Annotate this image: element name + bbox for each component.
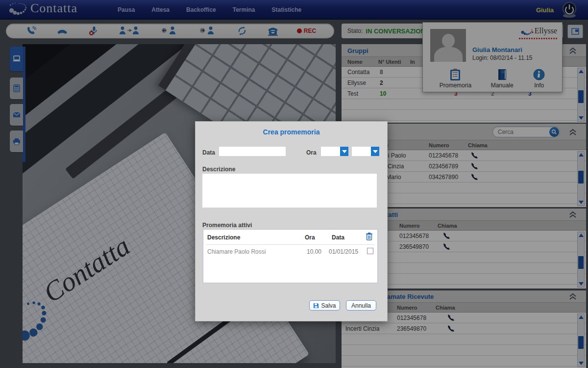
ora-hour-select[interactable] bbox=[321, 147, 348, 156]
delete-selected-button[interactable] bbox=[366, 232, 373, 242]
ora-minute-select[interactable] bbox=[352, 147, 379, 156]
list-divider bbox=[206, 244, 374, 245]
dialog-title: Crea promemoria bbox=[196, 128, 387, 136]
list-column-descrizione: Descrizione bbox=[207, 234, 240, 241]
chevron-down-icon[interactable] bbox=[340, 147, 348, 156]
reminder-data: 01/01/2015 bbox=[329, 248, 358, 255]
trash-icon bbox=[366, 232, 373, 240]
save-label: Salva bbox=[321, 302, 336, 309]
reminder-descrizione: Chiamare Paolo Rossi bbox=[207, 248, 266, 255]
cancel-label: Annulla bbox=[351, 302, 371, 309]
attivi-label: Promemoria attivi bbox=[202, 222, 252, 229]
ora-label: Ora bbox=[306, 149, 317, 156]
save-button[interactable]: Salva bbox=[309, 300, 340, 311]
crea-promemoria-dialog: Crea promemoria Data Ora Descrizione Pro… bbox=[195, 121, 388, 321]
descrizione-textarea[interactable] bbox=[202, 174, 377, 208]
descrizione-label: Descrizione bbox=[202, 166, 235, 173]
list-column-data: Data bbox=[332, 234, 344, 241]
floppy-save-icon bbox=[313, 303, 319, 309]
chevron-down-icon[interactable] bbox=[371, 147, 379, 156]
data-label: Data bbox=[202, 149, 215, 156]
list-column-ora: Ora bbox=[305, 234, 315, 241]
promemoria-list: Descrizione Ora Data Chiamare Paolo Ross… bbox=[203, 229, 378, 283]
app-window: Contatta Pausa Attesa Backoffice Termina… bbox=[0, 0, 588, 368]
reminder-checkbox[interactable] bbox=[367, 248, 373, 254]
data-input[interactable] bbox=[219, 147, 286, 156]
reminder-ora: 10.00 bbox=[307, 248, 321, 255]
cancel-button[interactable]: Annulla bbox=[346, 300, 376, 311]
